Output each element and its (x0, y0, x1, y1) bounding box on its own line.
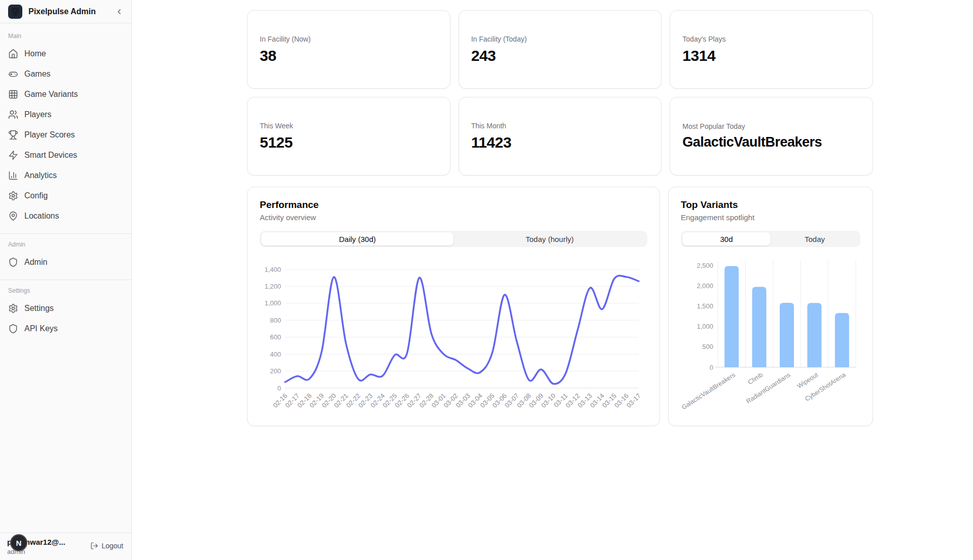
stat-card-in-facility-now: In Facility (Now)38 (247, 10, 450, 89)
top-variants-title: Top Variants (681, 199, 860, 211)
logout-label: Logout (101, 542, 123, 550)
main-content: In Facility (Now)38In Facility (Today)24… (132, 0, 973, 426)
sidebar-item-label: Config (24, 191, 48, 200)
home-icon (8, 49, 18, 59)
gamepad-icon (8, 69, 18, 79)
svg-text:1,400: 1,400 (264, 266, 281, 273)
svg-text:0: 0 (277, 384, 281, 392)
svg-text:800: 800 (270, 317, 281, 324)
svg-text:500: 500 (702, 343, 713, 351)
sidebar-item-label: Settings (24, 304, 54, 313)
svg-text:1,000: 1,000 (264, 299, 281, 307)
sidebar-item-settings[interactable]: Settings (0, 298, 131, 319)
performance-tab-daily-30d[interactable]: Daily (30d) (261, 232, 454, 246)
sidebar-section-label: Admin (8, 241, 131, 248)
app-title: Pixelpulse Admin (28, 7, 96, 16)
chart-column-icon (8, 170, 18, 181)
sidebar-section-label: Main (8, 32, 131, 40)
svg-text:03-17: 03-17 (625, 392, 642, 409)
sidebar-item-config[interactable]: Config (0, 186, 131, 206)
stat-label: In Facility (Now) (260, 35, 438, 43)
arcade-cabinet-icon (11, 7, 20, 16)
app-logo (8, 5, 22, 19)
stat-value: 11423 (471, 134, 649, 151)
sidebar-item-api-keys[interactable]: API Keys (0, 319, 131, 339)
performance-title: Performance (260, 199, 647, 211)
stat-label: This Week (260, 122, 438, 130)
stat-value: 38 (260, 47, 438, 64)
sidebar-item-analytics[interactable]: Analytics (0, 165, 131, 186)
top-variants-tab-today[interactable]: Today (771, 232, 859, 246)
sidebar-item-label: Admin (24, 258, 47, 267)
top-variants-subtitle: Engagement spotlight (681, 213, 860, 222)
sidebar-item-locations[interactable]: Locations (0, 206, 131, 226)
stat-value: 243 (471, 47, 649, 64)
sidebar-item-game-variants[interactable]: Game Variants (0, 84, 131, 104)
svg-text:600: 600 (270, 333, 281, 341)
sidebar-item-home[interactable]: Home (0, 44, 131, 64)
sidebar-item-label: Game Variants (24, 90, 78, 99)
svg-text:Climb: Climb (747, 371, 764, 386)
stat-label: Today's Plays (682, 35, 860, 43)
sidebar-section-settings: SettingsSettingsAPI Keys (0, 279, 131, 342)
sidebar-item-label: Home (24, 49, 46, 58)
performance-chart-wrap: 02004006008001,0001,2001,40002-1602-1702… (260, 252, 647, 412)
top-variants-tab-30d[interactable]: 30d (682, 232, 771, 246)
svg-text:400: 400 (270, 351, 281, 358)
sidebar-user-footer: N phkunwar12@... admin Logout (0, 533, 131, 560)
svg-text:Wipeout: Wipeout (796, 371, 820, 390)
sidebar-item-label: Player Scores (24, 130, 75, 139)
sidebar-nav: MainHomeGamesGame VariantsPlayersPlayer … (0, 23, 131, 533)
stat-card-this-week: This Week5125 (247, 97, 450, 176)
users-icon (8, 110, 18, 120)
sidebar-item-smart-devices[interactable]: Smart Devices (0, 145, 131, 165)
log-out-icon (90, 542, 98, 550)
performance-line-chart: 02004006008001,0001,2001,40002-1602-1702… (260, 252, 650, 410)
sidebar-item-label: Games (24, 69, 51, 79)
svg-text:2,500: 2,500 (697, 262, 713, 269)
sidebar: Pixelpulse Admin MainHomeGamesGame Varia… (0, 0, 132, 560)
svg-text:1,000: 1,000 (697, 323, 713, 330)
sidebar-collapse-button[interactable] (115, 8, 123, 16)
sidebar-item-admin[interactable]: Admin (0, 252, 131, 272)
stat-card-in-facility-today: In Facility (Today)243 (459, 10, 662, 89)
chevron-left-icon (115, 8, 123, 16)
sidebar-item-players[interactable]: Players (0, 104, 131, 125)
sidebar-item-player-scores[interactable]: Player Scores (0, 125, 131, 145)
sidebar-item-label: Players (24, 110, 51, 119)
zap-icon (8, 150, 18, 160)
svg-text:2,000: 2,000 (697, 282, 713, 290)
gear-icon (8, 303, 18, 313)
stat-value: 1314 (682, 47, 860, 64)
sidebar-section-label: Settings (8, 287, 131, 294)
svg-text:1,500: 1,500 (697, 302, 713, 310)
shield-icon (8, 257, 18, 267)
top-variants-range-tabs: 30dToday (681, 231, 860, 247)
trophy-icon (8, 130, 18, 140)
stat-value: GalacticVaultBreakers (682, 134, 860, 150)
performance-card: Performance Activity overview Daily (30d… (247, 187, 660, 426)
shield-icon (8, 324, 18, 334)
sidebar-item-label: API Keys (24, 324, 58, 333)
sidebar-section-admin: AdminAdmin (0, 233, 131, 275)
gear-icon (8, 191, 18, 201)
sidebar-item-games[interactable]: Games (0, 64, 131, 84)
stat-label: In Facility (Today) (471, 35, 649, 43)
svg-text:1,200: 1,200 (264, 283, 281, 290)
performance-range-tabs: Daily (30d)Today (hourly) (260, 231, 647, 247)
svg-text:03-10: 03-10 (540, 392, 557, 409)
performance-subtitle: Activity overview (260, 213, 647, 222)
performance-tab-today-hourly[interactable]: Today (hourly) (454, 232, 646, 246)
map-pin-icon (8, 211, 18, 221)
stat-card-this-month: This Month11423 (459, 97, 662, 176)
svg-text:GalacticVaultBreakers: GalacticVaultBreakers (680, 371, 737, 411)
logout-button[interactable]: Logout (90, 542, 123, 550)
sidebar-item-label: Smart Devices (24, 151, 77, 160)
avatar: N (10, 534, 27, 551)
sidebar-header: Pixelpulse Admin (0, 0, 131, 23)
grid-icon (8, 89, 18, 99)
top-variants-card: Top Variants Engagement spotlight 30dTod… (668, 187, 873, 426)
svg-text:200: 200 (270, 367, 281, 375)
svg-text:0: 0 (710, 364, 713, 371)
sidebar-section-main: MainHomeGamesGame VariantsPlayersPlayer … (0, 32, 131, 229)
